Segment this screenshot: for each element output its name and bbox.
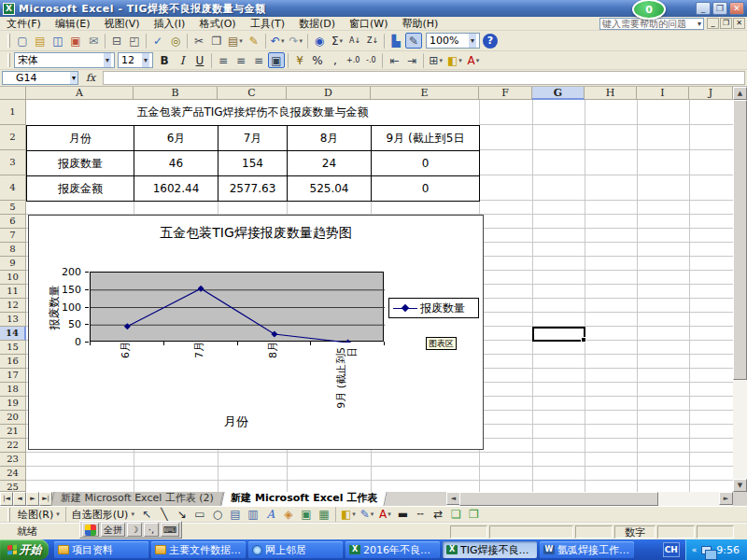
chevron-down-icon[interactable]: ▾ [698,20,701,28]
row-header[interactable]: 20 [0,411,26,425]
font-color-icon[interactable]: A [465,52,482,68]
email-icon[interactable]: ✉ [85,33,102,49]
tab-scroll-button[interactable]: ◄ [13,492,26,506]
toolbar-button[interactable] [288,53,289,68]
row-header[interactable]: 2 [0,125,26,150]
embedded-chart[interactable]: 五金包装TIG焊接报废数量趋势图 报废数量 050100150200 6月7月8… [28,215,484,450]
row-header[interactable]: 9 [0,257,26,271]
horizontal-scroll-thumb[interactable] [459,492,658,506]
language-indicator[interactable]: CH [663,542,680,557]
menu-item[interactable]: 窗口(W) [343,16,394,32]
column-header-b[interactable]: B [134,87,218,100]
currency-icon[interactable]: ¥ [291,52,308,68]
table-cell[interactable]: 525.04 [288,176,372,202]
row-header[interactable]: 24 [0,467,26,481]
toolbar-button[interactable] [382,53,383,68]
wordart-icon[interactable]: A [262,507,279,523]
table-cell[interactable]: 2577.63 [218,176,288,202]
vertical-scroll-thumb[interactable] [733,100,747,380]
horizontal-scrollbar[interactable]: ◄ ► [446,492,733,506]
font-name-combo[interactable]: 宋体 ▾ [14,52,115,68]
toolbar-grip[interactable] [7,34,10,48]
table-cell[interactable]: 8月 [288,126,372,151]
column-header-d[interactable]: D [287,87,371,100]
picture-icon[interactable]: ▦ [316,507,332,523]
toolbar-button[interactable] [187,34,188,49]
scroll-up-icon[interactable]: ▲ [733,87,747,100]
ime-language-icon[interactable] [82,523,99,537]
new-icon[interactable]: ▢ [14,33,31,49]
sheet-tab[interactable]: 新建 Microsoft Excel 工作表 [220,492,387,506]
fill-color-icon[interactable]: ◧ [445,52,464,68]
table-cell[interactable]: 0 [372,151,480,176]
increase-decimal-icon[interactable]: +.0 [345,52,361,68]
row-header[interactable]: 21 [0,425,26,439]
restore-button[interactable]: ❐ [712,2,727,15]
row-header[interactable]: 17 [0,369,26,383]
name-box[interactable]: G14 ▾ [2,71,78,85]
copy-icon[interactable]: ❐ [208,33,225,49]
chevron-down-icon[interactable]: ▾ [142,53,149,67]
research-icon[interactable]: ◎ [167,33,184,49]
formula-input[interactable] [103,71,745,85]
chevron-down-icon[interactable]: ▾ [104,53,111,67]
row-header[interactable]: 8 [0,243,26,257]
select-all-corner[interactable] [0,87,26,100]
selected-cell-g14[interactable] [532,327,585,342]
toolbar-button[interactable] [384,34,385,49]
table-cell[interactable]: 0 [372,176,480,202]
row-header[interactable]: 15 [0,341,26,355]
print-preview-icon[interactable]: ◰ [126,33,143,49]
network-tray-icon[interactable] [701,546,712,554]
row-header[interactable]: 12 [0,299,26,313]
autoshapes-menu-button[interactable]: 自选图形(U) [68,507,138,522]
row-header[interactable]: 13 [0,313,26,327]
ime-mode-button[interactable]: 全拼 [101,523,125,537]
scroll-down-icon[interactable]: ▼ [733,479,747,492]
taskbar-item-2016-defect-report[interactable]: 2016年不良品报... [345,541,440,558]
select-arrow-icon[interactable]: ↖ [138,507,155,523]
menu-item[interactable]: 格式(O) [192,16,242,32]
row-header[interactable]: 25 [0,481,26,492]
font-color-icon[interactable]: A [376,507,393,523]
borders-icon[interactable]: ⊞ [427,52,444,68]
menu-item[interactable]: 工具(T) [244,16,291,32]
draw-menu-button[interactable]: 绘图(R) [14,507,63,522]
table-cell[interactable]: 24 [288,151,372,176]
toolbar-grip[interactable] [7,508,10,522]
row-header[interactable]: 19 [0,397,26,411]
start-button[interactable]: 开始 [0,539,49,560]
column-header-g[interactable]: G [532,87,585,100]
row-header[interactable]: 23 [0,453,26,467]
clipart-icon[interactable]: ▣ [298,507,315,523]
shadow-icon[interactable]: ❏ [447,507,464,523]
vertical-textbox-icon[interactable]: ▥ [245,507,261,523]
increase-indent-icon[interactable]: ⇥ [403,52,420,68]
spelling-icon[interactable]: ✓ [149,33,166,49]
sort-ascending-icon[interactable]: A↓ [346,33,363,49]
undo-icon[interactable]: ↶ [269,33,287,49]
taskbar-item-main-files[interactable]: 主要文件数据发... [151,541,246,558]
taskbar-item-tig-report[interactable]: TIG焊接不良报废... [443,541,537,558]
sheet-tab[interactable]: 新建 Microsoft Excel 工作表 (2) [50,492,223,506]
drawing-icon[interactable]: ✎ [405,33,422,49]
drawing-tool-button[interactable] [335,507,336,522]
row-header[interactable]: 5 [0,201,26,215]
toolbar-button[interactable] [423,53,424,68]
row-header[interactable]: 11 [0,285,26,299]
menu-item[interactable]: 数据(D) [292,16,342,32]
toolbar-button[interactable] [105,34,106,49]
table-cell[interactable]: 154 [218,151,288,176]
chevron-down-icon[interactable]: ▾ [469,34,476,48]
italic-button[interactable]: I [174,52,190,68]
font-size-combo[interactable]: 12 ▾ [118,52,153,68]
print-icon[interactable]: ⊟ [108,33,125,49]
toolbar-button[interactable] [146,34,147,49]
column-header-j[interactable]: J [689,87,733,100]
column-header-f[interactable]: F [479,87,532,100]
help-button[interactable]: ? [483,34,498,49]
help-question-input[interactable]: 键入需要帮助的问题 ▾ [599,18,704,30]
taskbar-item-project-files[interactable]: 项目资料 [54,541,148,558]
redo-icon[interactable]: ↷ [287,33,304,49]
align-right-icon[interactable]: ≡ [250,52,267,68]
